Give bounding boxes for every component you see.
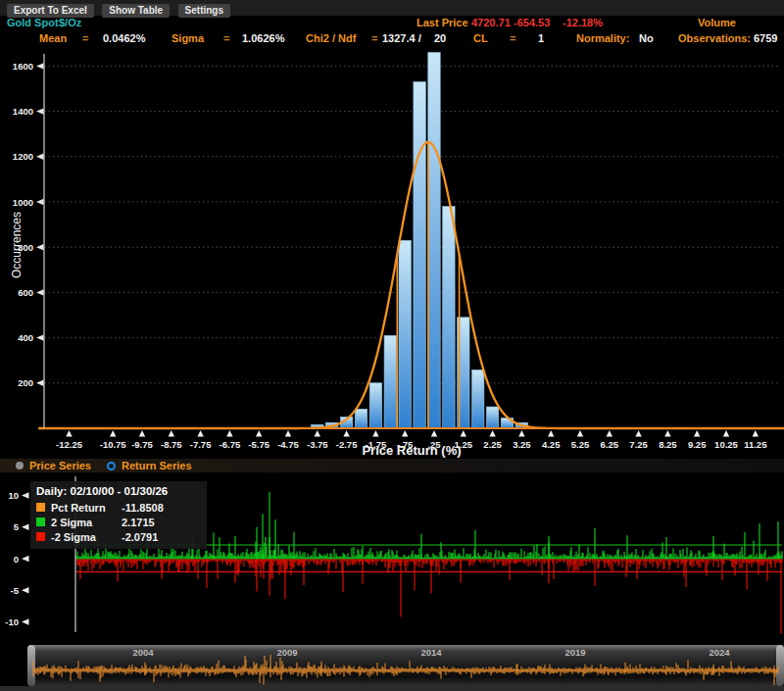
return-series-panel: -10-50510 Daily: 02/10/00 - 01/30/26 Pct… bbox=[0, 472, 784, 645]
hist-gridlines bbox=[44, 66, 780, 382]
cl-label: CL bbox=[473, 32, 488, 44]
pct-return-swatch-icon bbox=[36, 503, 45, 512]
instrument-unit: $/Oz bbox=[59, 17, 81, 28]
svg-text:1000: 1000 bbox=[13, 197, 33, 208]
legend-price-series[interactable]: Price Series bbox=[16, 460, 91, 471]
return-series-label: Return Series bbox=[122, 460, 192, 471]
svg-text:0: 0 bbox=[14, 554, 19, 565]
price-change-pct: -12.18% bbox=[563, 17, 603, 28]
mean-label: Mean bbox=[39, 32, 67, 44]
year-label-2004: 2004 bbox=[132, 647, 153, 658]
normality-value: No bbox=[639, 32, 654, 44]
observations-label: Observations: bbox=[678, 32, 751, 44]
date-range-scrubber[interactable]: 20042009201420192024 bbox=[27, 645, 784, 686]
svg-text:1200: 1200 bbox=[13, 151, 33, 162]
price-series-marker-icon bbox=[16, 462, 24, 469]
ndf-value: 20 bbox=[434, 32, 446, 44]
hist-bars bbox=[312, 53, 528, 428]
year-label-2019: 2019 bbox=[564, 647, 585, 658]
volume-label: Volume bbox=[698, 17, 736, 28]
cl-value: 1 bbox=[538, 32, 544, 44]
return-series-marker-icon bbox=[107, 462, 116, 470]
mean-value: 0.0462% bbox=[103, 32, 145, 44]
svg-text:400: 400 bbox=[18, 332, 33, 343]
crosshair-tooltip: Daily: 02/10/00 - 01/30/26 Pct Return -1… bbox=[30, 481, 207, 549]
chi2-eq: = bbox=[371, 32, 377, 44]
svg-text:-10: -10 bbox=[5, 617, 19, 627]
chi2-ndf-label: Chi2 / Ndf bbox=[306, 32, 356, 44]
return-histogram-chart: 2004006008001000120014001600-12.25-10.75… bbox=[0, 49, 784, 459]
price-series-label: Price Series bbox=[29, 460, 91, 471]
svg-text:600: 600 bbox=[18, 287, 33, 298]
svg-text:1600: 1600 bbox=[13, 61, 33, 72]
ts-y-ticks: -10-50510 bbox=[5, 490, 28, 627]
chi2-value: 1327.4 / bbox=[382, 32, 421, 44]
legend-return-series[interactable]: Return Series bbox=[107, 460, 192, 471]
tooltip-row-pos-sigma: 2 Sigma 2.1715 bbox=[36, 515, 201, 529]
sigma-value: 1.0626% bbox=[242, 32, 284, 44]
svg-text:-5: -5 bbox=[11, 585, 20, 596]
year-label-2009: 2009 bbox=[276, 647, 297, 658]
cl-eq: = bbox=[510, 32, 515, 44]
sigma-label: Sigma bbox=[172, 32, 204, 44]
last-price-label: Last Price bbox=[416, 17, 468, 28]
negative-returns bbox=[76, 560, 782, 634]
sigma-eq: = bbox=[223, 32, 229, 44]
last-price-value: 4720.71 bbox=[471, 17, 511, 28]
observations-value: 6759 bbox=[754, 32, 777, 44]
normality-label: Normality: bbox=[576, 32, 629, 44]
pos-sigma-swatch-icon bbox=[36, 518, 45, 526]
instrument-name: Gold Spot bbox=[7, 17, 59, 28]
toolbar: Export To Excel Show Table Settings bbox=[0, 0, 784, 16]
histogram-y-axis-title: Occurrences bbox=[10, 212, 24, 278]
price-change: -654.53 bbox=[514, 17, 550, 28]
svg-text:5: 5 bbox=[14, 521, 20, 532]
tooltip-date-range: Daily: 02/10/00 - 01/30/26 bbox=[36, 485, 201, 497]
terminal-screen: Export To Excel Show Table Settings Gold… bbox=[0, 0, 784, 691]
bottom-strip bbox=[0, 686, 784, 691]
tooltip-row-pct-return: Pct Return -11.8508 bbox=[36, 500, 201, 515]
svg-text:10: 10 bbox=[8, 490, 19, 501]
svg-text:200: 200 bbox=[18, 377, 33, 388]
export-to-excel-button[interactable]: Export To Excel bbox=[7, 4, 94, 18]
navigator-series bbox=[33, 655, 778, 685]
mean-eq: = bbox=[82, 32, 88, 44]
tooltip-row-neg-sigma: -2 Sigma -2.0791 bbox=[36, 529, 201, 544]
svg-text:1400: 1400 bbox=[13, 106, 33, 117]
histogram-x-axis-title: Price Return (%) bbox=[44, 443, 779, 458]
year-label-2014: 2014 bbox=[420, 647, 441, 658]
series-legend: Price Series Return Series bbox=[0, 459, 784, 472]
settings-button[interactable]: Settings bbox=[178, 4, 230, 18]
neg-sigma-swatch-icon bbox=[36, 532, 45, 541]
year-label-2024: 2024 bbox=[709, 647, 729, 658]
show-table-button[interactable]: Show Table bbox=[102, 4, 170, 18]
